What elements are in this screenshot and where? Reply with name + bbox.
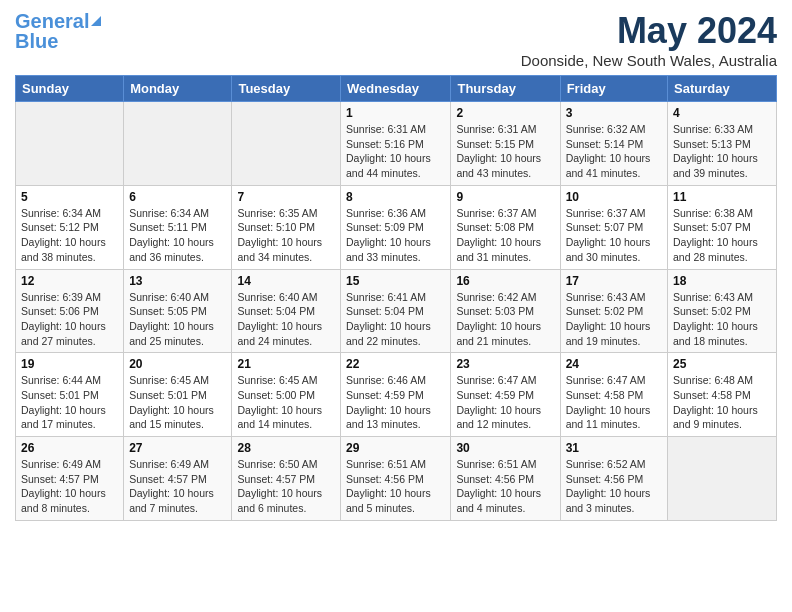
calendar-cell: 24Sunrise: 6:47 AM Sunset: 4:58 PM Dayli… — [560, 353, 667, 437]
day-info: Sunrise: 6:34 AM Sunset: 5:12 PM Dayligh… — [21, 206, 118, 265]
column-header-saturday: Saturday — [668, 76, 777, 102]
column-header-monday: Monday — [124, 76, 232, 102]
main-title: May 2024 — [521, 10, 777, 52]
day-info: Sunrise: 6:45 AM Sunset: 5:01 PM Dayligh… — [129, 373, 226, 432]
column-header-friday: Friday — [560, 76, 667, 102]
day-number: 23 — [456, 357, 554, 371]
day-number: 25 — [673, 357, 771, 371]
calendar-cell: 23Sunrise: 6:47 AM Sunset: 4:59 PM Dayli… — [451, 353, 560, 437]
calendar-cell: 4Sunrise: 6:33 AM Sunset: 5:13 PM Daylig… — [668, 102, 777, 186]
day-number: 10 — [566, 190, 662, 204]
day-number: 15 — [346, 274, 445, 288]
calendar-week-1: 1Sunrise: 6:31 AM Sunset: 5:16 PM Daylig… — [16, 102, 777, 186]
day-info: Sunrise: 6:52 AM Sunset: 4:56 PM Dayligh… — [566, 457, 662, 516]
calendar-cell: 25Sunrise: 6:48 AM Sunset: 4:58 PM Dayli… — [668, 353, 777, 437]
calendar-cell: 13Sunrise: 6:40 AM Sunset: 5:05 PM Dayli… — [124, 269, 232, 353]
calendar-week-2: 5Sunrise: 6:34 AM Sunset: 5:12 PM Daylig… — [16, 185, 777, 269]
day-info: Sunrise: 6:43 AM Sunset: 5:02 PM Dayligh… — [673, 290, 771, 349]
day-number: 5 — [21, 190, 118, 204]
calendar-cell: 8Sunrise: 6:36 AM Sunset: 5:09 PM Daylig… — [341, 185, 451, 269]
day-number: 31 — [566, 441, 662, 455]
day-number: 4 — [673, 106, 771, 120]
day-info: Sunrise: 6:49 AM Sunset: 4:57 PM Dayligh… — [21, 457, 118, 516]
day-info: Sunrise: 6:46 AM Sunset: 4:59 PM Dayligh… — [346, 373, 445, 432]
day-info: Sunrise: 6:35 AM Sunset: 5:10 PM Dayligh… — [237, 206, 335, 265]
column-header-wednesday: Wednesday — [341, 76, 451, 102]
calendar-cell: 26Sunrise: 6:49 AM Sunset: 4:57 PM Dayli… — [16, 437, 124, 521]
calendar-week-3: 12Sunrise: 6:39 AM Sunset: 5:06 PM Dayli… — [16, 269, 777, 353]
day-number: 29 — [346, 441, 445, 455]
calendar-cell: 7Sunrise: 6:35 AM Sunset: 5:10 PM Daylig… — [232, 185, 341, 269]
day-info: Sunrise: 6:37 AM Sunset: 5:07 PM Dayligh… — [566, 206, 662, 265]
logo-text: General — [15, 10, 89, 32]
calendar-cell: 10Sunrise: 6:37 AM Sunset: 5:07 PM Dayli… — [560, 185, 667, 269]
calendar-cell: 30Sunrise: 6:51 AM Sunset: 4:56 PM Dayli… — [451, 437, 560, 521]
day-number: 13 — [129, 274, 226, 288]
day-info: Sunrise: 6:43 AM Sunset: 5:02 PM Dayligh… — [566, 290, 662, 349]
day-number: 1 — [346, 106, 445, 120]
day-number: 16 — [456, 274, 554, 288]
day-info: Sunrise: 6:51 AM Sunset: 4:56 PM Dayligh… — [346, 457, 445, 516]
calendar-cell: 2Sunrise: 6:31 AM Sunset: 5:15 PM Daylig… — [451, 102, 560, 186]
day-number: 6 — [129, 190, 226, 204]
logo-general: General — [15, 10, 89, 32]
day-info: Sunrise: 6:48 AM Sunset: 4:58 PM Dayligh… — [673, 373, 771, 432]
calendar-week-5: 26Sunrise: 6:49 AM Sunset: 4:57 PM Dayli… — [16, 437, 777, 521]
calendar-table: SundayMondayTuesdayWednesdayThursdayFrid… — [15, 75, 777, 521]
calendar-cell: 28Sunrise: 6:50 AM Sunset: 4:57 PM Dayli… — [232, 437, 341, 521]
day-number: 21 — [237, 357, 335, 371]
logo-blue: Blue — [15, 30, 58, 52]
day-info: Sunrise: 6:51 AM Sunset: 4:56 PM Dayligh… — [456, 457, 554, 516]
calendar-cell: 31Sunrise: 6:52 AM Sunset: 4:56 PM Dayli… — [560, 437, 667, 521]
day-number: 18 — [673, 274, 771, 288]
day-info: Sunrise: 6:40 AM Sunset: 5:05 PM Dayligh… — [129, 290, 226, 349]
calendar-cell: 16Sunrise: 6:42 AM Sunset: 5:03 PM Dayli… — [451, 269, 560, 353]
calendar-cell: 19Sunrise: 6:44 AM Sunset: 5:01 PM Dayli… — [16, 353, 124, 437]
day-info: Sunrise: 6:40 AM Sunset: 5:04 PM Dayligh… — [237, 290, 335, 349]
calendar-cell — [16, 102, 124, 186]
calendar-cell: 6Sunrise: 6:34 AM Sunset: 5:11 PM Daylig… — [124, 185, 232, 269]
column-header-thursday: Thursday — [451, 76, 560, 102]
day-number: 2 — [456, 106, 554, 120]
calendar-cell: 29Sunrise: 6:51 AM Sunset: 4:56 PM Dayli… — [341, 437, 451, 521]
day-number: 8 — [346, 190, 445, 204]
day-info: Sunrise: 6:41 AM Sunset: 5:04 PM Dayligh… — [346, 290, 445, 349]
day-info: Sunrise: 6:36 AM Sunset: 5:09 PM Dayligh… — [346, 206, 445, 265]
calendar-cell: 17Sunrise: 6:43 AM Sunset: 5:02 PM Dayli… — [560, 269, 667, 353]
calendar-cell: 11Sunrise: 6:38 AM Sunset: 5:07 PM Dayli… — [668, 185, 777, 269]
day-info: Sunrise: 6:31 AM Sunset: 5:16 PM Dayligh… — [346, 122, 445, 181]
day-info: Sunrise: 6:33 AM Sunset: 5:13 PM Dayligh… — [673, 122, 771, 181]
day-info: Sunrise: 6:37 AM Sunset: 5:08 PM Dayligh… — [456, 206, 554, 265]
calendar-cell — [668, 437, 777, 521]
calendar-cell: 3Sunrise: 6:32 AM Sunset: 5:14 PM Daylig… — [560, 102, 667, 186]
day-info: Sunrise: 6:45 AM Sunset: 5:00 PM Dayligh… — [237, 373, 335, 432]
day-number: 3 — [566, 106, 662, 120]
calendar-week-4: 19Sunrise: 6:44 AM Sunset: 5:01 PM Dayli… — [16, 353, 777, 437]
day-info: Sunrise: 6:39 AM Sunset: 5:06 PM Dayligh… — [21, 290, 118, 349]
day-number: 19 — [21, 357, 118, 371]
calendar-cell: 20Sunrise: 6:45 AM Sunset: 5:01 PM Dayli… — [124, 353, 232, 437]
day-number: 28 — [237, 441, 335, 455]
calendar-cell: 14Sunrise: 6:40 AM Sunset: 5:04 PM Dayli… — [232, 269, 341, 353]
day-info: Sunrise: 6:42 AM Sunset: 5:03 PM Dayligh… — [456, 290, 554, 349]
day-number: 26 — [21, 441, 118, 455]
day-info: Sunrise: 6:47 AM Sunset: 4:59 PM Dayligh… — [456, 373, 554, 432]
column-header-sunday: Sunday — [16, 76, 124, 102]
day-info: Sunrise: 6:34 AM Sunset: 5:11 PM Dayligh… — [129, 206, 226, 265]
calendar-cell: 1Sunrise: 6:31 AM Sunset: 5:16 PM Daylig… — [341, 102, 451, 186]
day-number: 12 — [21, 274, 118, 288]
day-info: Sunrise: 6:50 AM Sunset: 4:57 PM Dayligh… — [237, 457, 335, 516]
day-number: 24 — [566, 357, 662, 371]
page-header: General Blue May 2024 Doonside, New Sout… — [15, 10, 777, 69]
day-number: 17 — [566, 274, 662, 288]
title-block: May 2024 Doonside, New South Wales, Aust… — [521, 10, 777, 69]
day-info: Sunrise: 6:32 AM Sunset: 5:14 PM Dayligh… — [566, 122, 662, 181]
day-number: 7 — [237, 190, 335, 204]
calendar-cell — [124, 102, 232, 186]
day-info: Sunrise: 6:38 AM Sunset: 5:07 PM Dayligh… — [673, 206, 771, 265]
calendar-cell: 21Sunrise: 6:45 AM Sunset: 5:00 PM Dayli… — [232, 353, 341, 437]
day-number: 11 — [673, 190, 771, 204]
calendar-cell — [232, 102, 341, 186]
calendar-cell: 27Sunrise: 6:49 AM Sunset: 4:57 PM Dayli… — [124, 437, 232, 521]
day-number: 9 — [456, 190, 554, 204]
